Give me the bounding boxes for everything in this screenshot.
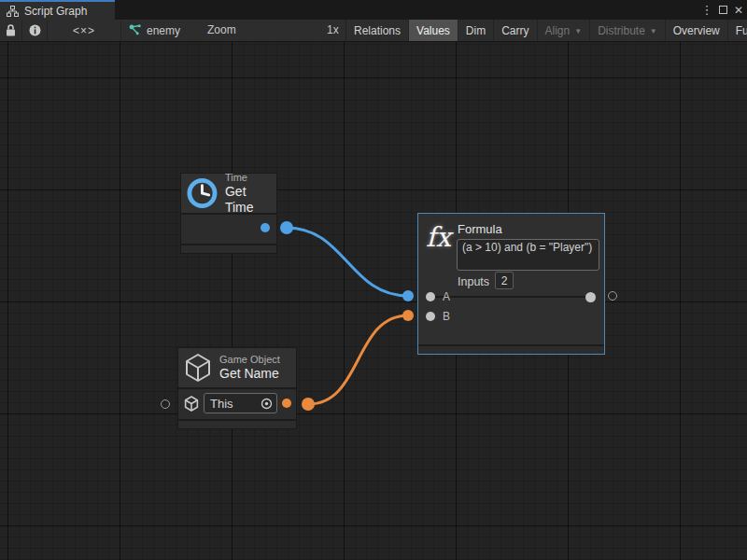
formula-footer xyxy=(418,344,604,354)
wire-start-dot-orange[interactable] xyxy=(302,398,315,411)
tab-script-graph[interactable]: Script Graph xyxy=(0,0,115,20)
wires-layer xyxy=(0,42,747,560)
wire-end-dot-orange[interactable] xyxy=(402,310,414,321)
formula-value-line xyxy=(426,296,592,298)
game-object-cube-icon xyxy=(184,353,212,383)
toolbar-buttons: RelationsValuesDimCarryAlign▼Distribute▼… xyxy=(345,20,747,41)
toolbar-button-label: Overview xyxy=(673,24,720,37)
toolbar-button-label: Distribute xyxy=(598,24,645,37)
formula-output-free-port[interactable] xyxy=(608,291,617,301)
script-graph-window: Script Graph ⋮ ✕ <×> xyxy=(0,0,747,560)
maximize-icon xyxy=(719,6,727,14)
script-graph-icon xyxy=(7,6,19,17)
formula-title: Formula xyxy=(458,222,502,236)
code-view-button[interactable]: <×> xyxy=(48,20,120,41)
toolbar-button-label: Carry xyxy=(501,24,529,37)
dropdown-arrow-icon: ▼ xyxy=(574,27,582,35)
wire-start-dot-blue[interactable] xyxy=(280,221,293,234)
get-name-title: Get Name xyxy=(219,366,280,382)
get-time-title: Get Time xyxy=(225,184,276,216)
wire-gettime-to-formula-a[interactable] xyxy=(287,228,408,296)
get-name-footer xyxy=(178,419,296,428)
toolbar-button-distribute[interactable]: Distribute▼ xyxy=(589,20,665,41)
wire-end-dot-blue[interactable] xyxy=(402,290,414,301)
formula-inputs-count-field[interactable]: 2 xyxy=(495,272,514,289)
toolbar-button-dim[interactable]: Dim xyxy=(458,20,493,41)
get-time-body xyxy=(181,215,276,242)
lock-icon xyxy=(6,24,16,36)
formula-input-port-a[interactable] xyxy=(426,292,435,301)
dropdown-arrow-icon: ▼ xyxy=(650,27,657,35)
graph-breadcrumb[interactable]: enemy xyxy=(129,20,180,41)
graph-name-label: enemy xyxy=(147,24,180,37)
toolbar-button-label: Full Screen xyxy=(736,24,747,37)
toolbar-button-label: Dim xyxy=(466,24,486,37)
toolbar-button-full-screen[interactable]: Full Screen xyxy=(727,20,747,41)
game-object-mini-icon xyxy=(184,396,199,412)
get-time-output-port[interactable] xyxy=(261,223,270,232)
tab-bar: Script Graph ⋮ ✕ xyxy=(0,0,747,20)
toolbar-button-label: Values xyxy=(416,24,450,37)
toolbar-button-overview[interactable]: Overview xyxy=(665,20,727,41)
tab-title: Script Graph xyxy=(24,5,87,18)
graph-toolbar: <×> enemy Zoom 1x RelationsValuesDimCarr… xyxy=(0,20,747,42)
formula-fx-icon: fx xyxy=(426,221,458,253)
getname-input-free-port[interactable] xyxy=(161,399,170,409)
get-name-body: This xyxy=(178,389,296,417)
node-formula[interactable]: fx Formula (a > 10) and (b = "Player") I… xyxy=(417,213,605,355)
graph-canvas[interactable]: Time Get Time fx Formula (a > 10) and (b… xyxy=(0,42,747,560)
toolbar-button-values[interactable]: Values xyxy=(408,20,458,41)
get-time-category: Time xyxy=(225,172,276,184)
formula-input-port-b[interactable] xyxy=(426,312,435,321)
code-brackets-icon: <×> xyxy=(73,24,95,37)
inspect-button[interactable] xyxy=(22,20,47,41)
node-get-name[interactable]: Game Object Get Name This xyxy=(177,347,297,429)
toolbar-button-label: Align xyxy=(545,24,571,37)
get-time-header: Time Get Time xyxy=(181,174,276,215)
window-maximize-button[interactable] xyxy=(715,0,730,20)
toolbar-button-label: Relations xyxy=(354,24,401,37)
zoom-value: 1x xyxy=(327,23,339,36)
target-object-value: This xyxy=(210,397,261,411)
formula-port-b-label: B xyxy=(443,310,450,323)
formula-inputs-label: Inputs xyxy=(458,275,489,288)
toolbar-button-relations[interactable]: Relations xyxy=(345,20,408,41)
zoom-label: Zoom xyxy=(207,23,236,36)
node-get-time[interactable]: Time Get Time xyxy=(180,173,277,254)
getname-target-object-field[interactable]: This xyxy=(204,393,277,413)
wire-getname-to-formula-b[interactable] xyxy=(308,315,408,404)
get-name-category: Game Object xyxy=(219,354,280,366)
object-picker-icon[interactable] xyxy=(261,398,273,410)
get-name-header: Game Object Get Name xyxy=(178,348,296,389)
formula-expression-field[interactable]: (a > 10) and (b = "Player") xyxy=(457,239,599,271)
toolbar-button-align[interactable]: Align▼ xyxy=(537,20,590,41)
formula-port-a-label: A xyxy=(443,290,450,303)
toolbar-button-carry[interactable]: Carry xyxy=(493,20,536,41)
lock-button[interactable] xyxy=(0,20,21,41)
window-menu-button[interactable]: ⋮ xyxy=(700,0,713,20)
clock-icon xyxy=(187,177,218,209)
info-icon xyxy=(29,24,41,36)
formula-output-port[interactable] xyxy=(585,292,596,302)
get-time-footer xyxy=(181,244,276,253)
get-name-output-port[interactable] xyxy=(282,399,291,408)
graph-icon xyxy=(129,24,142,36)
window-close-button[interactable]: ✕ xyxy=(731,0,746,20)
